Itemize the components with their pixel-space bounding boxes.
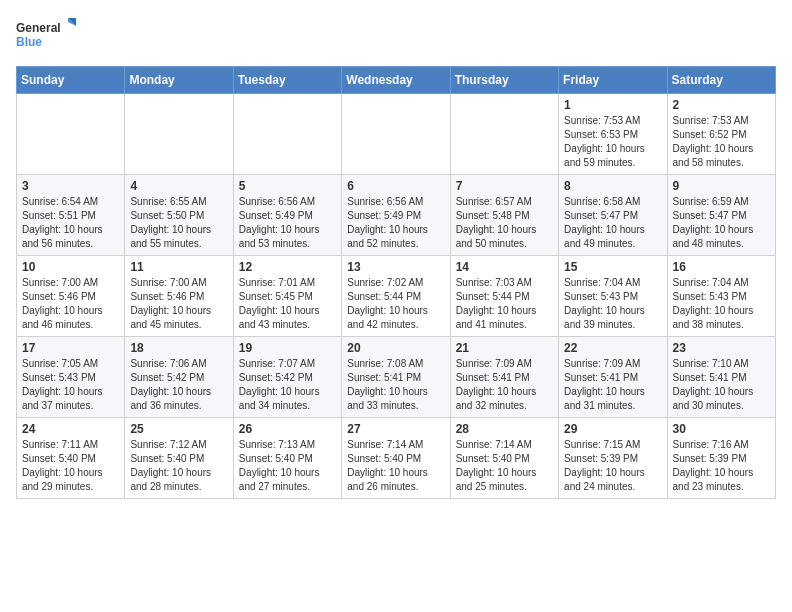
logo: General Blue xyxy=(16,16,76,56)
day-info: Sunrise: 7:09 AM Sunset: 5:41 PM Dayligh… xyxy=(564,357,661,413)
day-info: Sunrise: 7:53 AM Sunset: 6:53 PM Dayligh… xyxy=(564,114,661,170)
day-info: Sunrise: 6:56 AM Sunset: 5:49 PM Dayligh… xyxy=(347,195,444,251)
calendar-week-row: 1Sunrise: 7:53 AM Sunset: 6:53 PM Daylig… xyxy=(17,94,776,175)
header-day-thursday: Thursday xyxy=(450,67,558,94)
svg-text:Blue: Blue xyxy=(16,35,42,49)
header-day-friday: Friday xyxy=(559,67,667,94)
day-number: 20 xyxy=(347,341,444,355)
day-info: Sunrise: 7:08 AM Sunset: 5:41 PM Dayligh… xyxy=(347,357,444,413)
calendar-cell: 7Sunrise: 6:57 AM Sunset: 5:48 PM Daylig… xyxy=(450,175,558,256)
day-number: 27 xyxy=(347,422,444,436)
day-number: 4 xyxy=(130,179,227,193)
day-number: 13 xyxy=(347,260,444,274)
calendar-cell: 25Sunrise: 7:12 AM Sunset: 5:40 PM Dayli… xyxy=(125,418,233,499)
header-day-saturday: Saturday xyxy=(667,67,775,94)
day-number: 29 xyxy=(564,422,661,436)
day-number: 18 xyxy=(130,341,227,355)
day-info: Sunrise: 7:14 AM Sunset: 5:40 PM Dayligh… xyxy=(347,438,444,494)
calendar-cell: 2Sunrise: 7:53 AM Sunset: 6:52 PM Daylig… xyxy=(667,94,775,175)
day-info: Sunrise: 7:15 AM Sunset: 5:39 PM Dayligh… xyxy=(564,438,661,494)
day-info: Sunrise: 7:10 AM Sunset: 5:41 PM Dayligh… xyxy=(673,357,770,413)
header-day-sunday: Sunday xyxy=(17,67,125,94)
day-info: Sunrise: 7:03 AM Sunset: 5:44 PM Dayligh… xyxy=(456,276,553,332)
day-number: 21 xyxy=(456,341,553,355)
calendar-cell: 16Sunrise: 7:04 AM Sunset: 5:43 PM Dayli… xyxy=(667,256,775,337)
day-info: Sunrise: 7:01 AM Sunset: 5:45 PM Dayligh… xyxy=(239,276,336,332)
day-info: Sunrise: 7:07 AM Sunset: 5:42 PM Dayligh… xyxy=(239,357,336,413)
calendar-week-row: 3Sunrise: 6:54 AM Sunset: 5:51 PM Daylig… xyxy=(17,175,776,256)
calendar-cell: 18Sunrise: 7:06 AM Sunset: 5:42 PM Dayli… xyxy=(125,337,233,418)
day-info: Sunrise: 7:16 AM Sunset: 5:39 PM Dayligh… xyxy=(673,438,770,494)
calendar-cell xyxy=(342,94,450,175)
day-info: Sunrise: 7:04 AM Sunset: 5:43 PM Dayligh… xyxy=(673,276,770,332)
calendar-cell: 1Sunrise: 7:53 AM Sunset: 6:53 PM Daylig… xyxy=(559,94,667,175)
day-info: Sunrise: 7:00 AM Sunset: 5:46 PM Dayligh… xyxy=(22,276,119,332)
day-number: 8 xyxy=(564,179,661,193)
day-number: 15 xyxy=(564,260,661,274)
calendar-cell: 21Sunrise: 7:09 AM Sunset: 5:41 PM Dayli… xyxy=(450,337,558,418)
day-number: 28 xyxy=(456,422,553,436)
calendar-cell: 11Sunrise: 7:00 AM Sunset: 5:46 PM Dayli… xyxy=(125,256,233,337)
calendar-week-row: 17Sunrise: 7:05 AM Sunset: 5:43 PM Dayli… xyxy=(17,337,776,418)
calendar-cell: 23Sunrise: 7:10 AM Sunset: 5:41 PM Dayli… xyxy=(667,337,775,418)
day-number: 19 xyxy=(239,341,336,355)
day-number: 17 xyxy=(22,341,119,355)
calendar-cell: 28Sunrise: 7:14 AM Sunset: 5:40 PM Dayli… xyxy=(450,418,558,499)
calendar-cell: 3Sunrise: 6:54 AM Sunset: 5:51 PM Daylig… xyxy=(17,175,125,256)
logo-svg: General Blue xyxy=(16,16,76,56)
calendar-cell: 27Sunrise: 7:14 AM Sunset: 5:40 PM Dayli… xyxy=(342,418,450,499)
day-info: Sunrise: 7:11 AM Sunset: 5:40 PM Dayligh… xyxy=(22,438,119,494)
day-number: 24 xyxy=(22,422,119,436)
day-info: Sunrise: 7:06 AM Sunset: 5:42 PM Dayligh… xyxy=(130,357,227,413)
calendar-cell: 4Sunrise: 6:55 AM Sunset: 5:50 PM Daylig… xyxy=(125,175,233,256)
calendar-cell: 24Sunrise: 7:11 AM Sunset: 5:40 PM Dayli… xyxy=(17,418,125,499)
day-info: Sunrise: 7:04 AM Sunset: 5:43 PM Dayligh… xyxy=(564,276,661,332)
day-number: 30 xyxy=(673,422,770,436)
calendar-cell: 9Sunrise: 6:59 AM Sunset: 5:47 PM Daylig… xyxy=(667,175,775,256)
day-number: 16 xyxy=(673,260,770,274)
day-number: 2 xyxy=(673,98,770,112)
svg-text:General: General xyxy=(16,21,61,35)
calendar-cell xyxy=(233,94,341,175)
day-number: 14 xyxy=(456,260,553,274)
day-number: 9 xyxy=(673,179,770,193)
day-info: Sunrise: 7:13 AM Sunset: 5:40 PM Dayligh… xyxy=(239,438,336,494)
calendar-cell: 8Sunrise: 6:58 AM Sunset: 5:47 PM Daylig… xyxy=(559,175,667,256)
calendar-cell: 26Sunrise: 7:13 AM Sunset: 5:40 PM Dayli… xyxy=(233,418,341,499)
calendar-cell xyxy=(125,94,233,175)
day-number: 5 xyxy=(239,179,336,193)
calendar-cell: 13Sunrise: 7:02 AM Sunset: 5:44 PM Dayli… xyxy=(342,256,450,337)
page-header: General Blue xyxy=(16,16,776,56)
calendar-cell: 22Sunrise: 7:09 AM Sunset: 5:41 PM Dayli… xyxy=(559,337,667,418)
calendar-table: SundayMondayTuesdayWednesdayThursdayFrid… xyxy=(16,66,776,499)
calendar-cell: 19Sunrise: 7:07 AM Sunset: 5:42 PM Dayli… xyxy=(233,337,341,418)
day-info: Sunrise: 7:05 AM Sunset: 5:43 PM Dayligh… xyxy=(22,357,119,413)
calendar-cell: 14Sunrise: 7:03 AM Sunset: 5:44 PM Dayli… xyxy=(450,256,558,337)
header-day-wednesday: Wednesday xyxy=(342,67,450,94)
calendar-cell: 30Sunrise: 7:16 AM Sunset: 5:39 PM Dayli… xyxy=(667,418,775,499)
day-info: Sunrise: 7:12 AM Sunset: 5:40 PM Dayligh… xyxy=(130,438,227,494)
header-day-tuesday: Tuesday xyxy=(233,67,341,94)
day-info: Sunrise: 6:56 AM Sunset: 5:49 PM Dayligh… xyxy=(239,195,336,251)
calendar-cell xyxy=(450,94,558,175)
calendar-cell: 20Sunrise: 7:08 AM Sunset: 5:41 PM Dayli… xyxy=(342,337,450,418)
day-info: Sunrise: 6:57 AM Sunset: 5:48 PM Dayligh… xyxy=(456,195,553,251)
calendar-cell xyxy=(17,94,125,175)
day-number: 11 xyxy=(130,260,227,274)
day-info: Sunrise: 6:54 AM Sunset: 5:51 PM Dayligh… xyxy=(22,195,119,251)
day-info: Sunrise: 6:59 AM Sunset: 5:47 PM Dayligh… xyxy=(673,195,770,251)
calendar-cell: 15Sunrise: 7:04 AM Sunset: 5:43 PM Dayli… xyxy=(559,256,667,337)
day-info: Sunrise: 6:55 AM Sunset: 5:50 PM Dayligh… xyxy=(130,195,227,251)
day-number: 6 xyxy=(347,179,444,193)
day-info: Sunrise: 7:53 AM Sunset: 6:52 PM Dayligh… xyxy=(673,114,770,170)
day-number: 1 xyxy=(564,98,661,112)
day-info: Sunrise: 7:14 AM Sunset: 5:40 PM Dayligh… xyxy=(456,438,553,494)
day-number: 3 xyxy=(22,179,119,193)
day-number: 22 xyxy=(564,341,661,355)
day-number: 10 xyxy=(22,260,119,274)
day-number: 25 xyxy=(130,422,227,436)
calendar-header-row: SundayMondayTuesdayWednesdayThursdayFrid… xyxy=(17,67,776,94)
calendar-cell: 17Sunrise: 7:05 AM Sunset: 5:43 PM Dayli… xyxy=(17,337,125,418)
day-number: 7 xyxy=(456,179,553,193)
calendar-cell: 5Sunrise: 6:56 AM Sunset: 5:49 PM Daylig… xyxy=(233,175,341,256)
